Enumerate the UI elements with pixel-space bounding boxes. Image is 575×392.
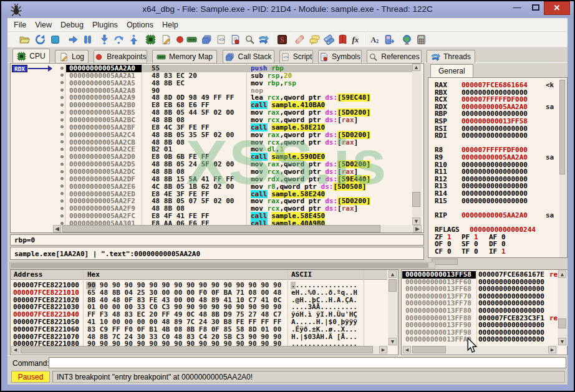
scroll-up-icon[interactable]: ▲ <box>389 270 397 278</box>
tab-memory-map[interactable]: Memory Map <box>152 50 217 63</box>
disasm-vscroll-thumb[interactable] <box>412 192 420 207</box>
breakpoint-dot-icon[interactable] <box>60 96 64 99</box>
tab-threads[interactable]: Threads <box>427 50 475 63</box>
dump-row[interactable]: 000007FCE822106083 C9 FF F0 0F B1 4B 08 … <box>11 326 387 333</box>
tab-log[interactable]: Log <box>55 50 89 63</box>
register-row-rax[interactable]: RAX000007FCE6861664<kernel32. <box>428 82 567 89</box>
scroll-right-icon[interactable]: ▶ <box>413 225 422 232</box>
dump-hscroll-thumb[interactable] <box>21 346 373 353</box>
minimize-button[interactable]: — <box>508 1 526 15</box>
dump-row[interactable]: 000007FCE822101065 48 8B 04 25 30 00 00 … <box>11 289 387 297</box>
stack-row[interactable]: 000000000013FF58000007FCE686167Ereturn t… <box>402 271 567 279</box>
register-row-rip[interactable]: RIP00000000005AA2A0sample <box>428 212 567 219</box>
disasm-row[interactable]: 00000000005AA2A548 8B ECmov rbp,rsp <box>11 80 413 87</box>
tab-breakpoints[interactable]: Breakpoints <box>94 50 147 63</box>
toolbar-run-button[interactable] <box>66 33 80 46</box>
toolbar-threads-button[interactable] <box>256 33 270 46</box>
disasm-hscroll-thumb[interactable] <box>62 225 380 232</box>
scroll-up-icon[interactable]: ▲ <box>558 270 566 278</box>
dump-pane[interactable]: Address Hex ASCII 000007FCE822100090 90 … <box>10 269 399 355</box>
menu-options[interactable]: Options <box>122 19 158 31</box>
tab-references[interactable]: References <box>367 50 422 63</box>
breakpoint-dot-icon[interactable] <box>60 155 64 158</box>
tab-call-stack[interactable]: Call Stack <box>223 50 274 63</box>
tab-general[interactable]: General <box>430 64 473 77</box>
toolbar-patches-button[interactable] <box>292 33 306 46</box>
register-row-r9[interactable]: R900000000005AA2A0sample <box>428 154 567 161</box>
toolbar-font-button[interactable]: A2 <box>367 33 381 46</box>
toolbar-symbols-button[interactable] <box>228 33 242 46</box>
toolbar-functions-button[interactable]: fx <box>349 33 363 46</box>
toolbar-call-stack-button[interactable] <box>200 33 213 46</box>
toolbar-bookmarks-button[interactable] <box>336 33 349 46</box>
dump-vscrollbar[interactable]: ▲ ▼ <box>388 270 398 346</box>
register-row-rdi[interactable]: RDI0000000000000000 <box>428 132 567 140</box>
register-row-r15[interactable]: R150000000000000000 <box>428 198 567 205</box>
scroll-down-icon[interactable]: ▼ <box>389 338 397 345</box>
disassembly-pane[interactable]: RDX 00000000005AA2A055push rbp0000000000… <box>10 63 424 233</box>
toolbar-help-globe-button[interactable] <box>400 33 413 46</box>
toolbar-memory-map-button[interactable] <box>185 33 198 46</box>
maximize-button[interactable] <box>526 1 545 15</box>
close-button[interactable]: ✕ <box>544 1 570 15</box>
scroll-down-icon[interactable]: ▼ <box>558 338 566 345</box>
menu-file[interactable]: File <box>9 19 31 31</box>
registers-hscroll-thumb[interactable] <box>432 259 458 265</box>
registers-hscrollbar[interactable] <box>428 258 567 266</box>
stack-hscrollbar[interactable]: ◀ ▶ <box>402 346 558 355</box>
toolbar-labels-button[interactable] <box>322 33 336 46</box>
breakpoint-dot-icon[interactable] <box>60 170 64 173</box>
register-row-r14[interactable]: R140000000000000000 <box>428 190 567 198</box>
toolbar-step-out-button[interactable] <box>127 33 140 46</box>
command-input[interactable] <box>49 357 566 368</box>
toolbar-variables-button[interactable] <box>382 33 395 46</box>
menu-debug[interactable]: Debug <box>56 19 88 31</box>
breakpoint-dot-icon[interactable] <box>60 214 64 218</box>
toolbar-open-folder-button[interactable] <box>17 33 31 46</box>
toolbar-step-over-button[interactable] <box>112 33 125 46</box>
menu-view[interactable]: View <box>31 19 56 31</box>
disasm-vscrollbar[interactable]: ▲ ▼ <box>412 64 422 225</box>
breakpoint-dot-icon[interactable] <box>60 111 64 114</box>
menu-help[interactable]: Help <box>158 19 183 31</box>
stack-row[interactable]: 000000000013FFA00000000000000000 <box>402 336 567 343</box>
breakpoint-dot-icon[interactable] <box>60 199 64 203</box>
tab-script[interactable]: <>Script <box>279 50 313 63</box>
breakpoint-dot-icon[interactable] <box>60 67 64 70</box>
toolbar-comments-button[interactable] <box>307 33 321 46</box>
title-bar[interactable]: x64_dbg - File: Sample.exe - PID: 21D4 -… <box>1 1 574 18</box>
toolbar-pause-button[interactable] <box>80 33 94 46</box>
stack-vscroll-thumb[interactable] <box>558 318 566 328</box>
toolbar-settings-button[interactable]: S <box>275 33 289 46</box>
toolbar-script-button[interactable]: <> <box>214 33 228 46</box>
registers-list[interactable]: RAX000007FCE6861664<kernel32.RBX00000000… <box>428 77 568 258</box>
registers-vscroll-thumb[interactable] <box>559 80 565 174</box>
dump-hscrollbar[interactable]: ◀ ▶ <box>11 346 388 355</box>
breakpoint-dot-icon[interactable] <box>60 103 64 107</box>
toolbar-references-button[interactable] <box>243 33 256 46</box>
stack-row[interactable]: 000000000013FF800000000000000000 <box>402 307 567 315</box>
dump-vscroll-thumb[interactable] <box>389 279 397 292</box>
toolbar-restart-button[interactable] <box>33 33 47 46</box>
stack-pane[interactable]: 000000000013FF58000007FCE686167Ereturn t… <box>401 269 568 355</box>
scroll-left-icon[interactable]: ◀ <box>53 225 61 232</box>
toolbar-calculator-button[interactable] <box>414 33 428 46</box>
disasm-row[interactable]: 00000000005AA2E64C 8B 05 1B 62 02 00mov … <box>11 183 413 191</box>
toolbar-stop-button[interactable] <box>48 33 62 46</box>
breakpoint-dot-icon[interactable] <box>60 118 64 122</box>
menu-plugins[interactable]: Plugins <box>88 19 122 31</box>
breakpoint-dot-icon[interactable] <box>60 207 64 210</box>
breakpoint-dot-icon[interactable] <box>60 163 64 166</box>
breakpoint-dot-icon[interactable] <box>60 222 64 225</box>
toolbar-step-into-button[interactable] <box>97 33 111 46</box>
toolbar-cpu-button[interactable] <box>143 33 157 46</box>
tab-cpu[interactable]: CPU <box>12 49 50 63</box>
status-line-hscroll-thumb[interactable] <box>11 263 428 268</box>
registers-vscrollbar[interactable] <box>559 79 566 257</box>
register-row-rsp[interactable]: RSP000000000013FF58 <box>428 118 567 125</box>
stack-vscrollbar[interactable]: ▲ ▼ <box>558 270 568 346</box>
status-line-hscrollbar[interactable] <box>9 262 435 269</box>
toolbar-log-button[interactable] <box>159 33 173 46</box>
scroll-down-icon[interactable]: ▼ <box>412 218 420 225</box>
scroll-right-icon[interactable]: ▶ <box>548 346 556 353</box>
